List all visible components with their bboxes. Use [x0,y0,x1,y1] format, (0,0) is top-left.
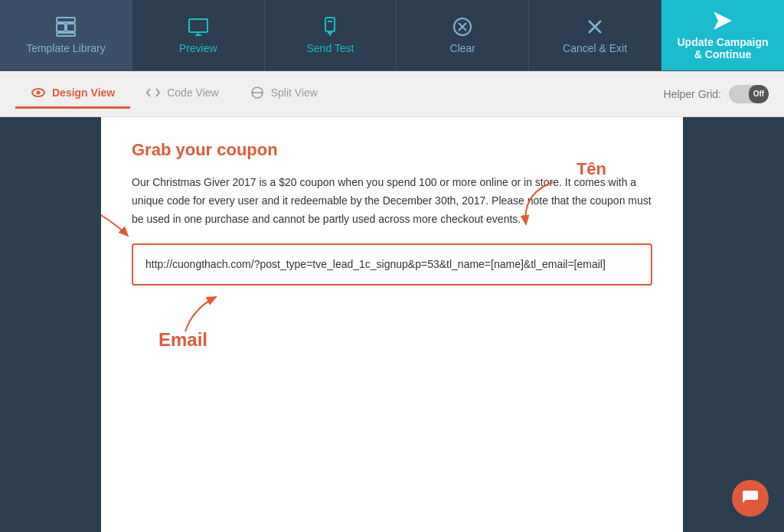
clear-label: Clear [450,42,475,54]
preview-label: Preview [179,42,217,54]
clear-button[interactable]: Clear [397,0,529,70]
svg-rect-7 [325,18,335,31]
send-test-icon [319,16,341,38]
svg-marker-16 [714,11,732,30]
right-sidebar [683,117,784,532]
chat-icon [741,489,760,508]
svg-rect-2 [67,24,75,31]
left-arrow-icon [101,205,136,251]
update-campaign-button[interactable]: Update Campaign & Continue [662,0,784,70]
email-arrow-icon [178,289,231,335]
helper-grid-toggle[interactable]: Off [729,85,769,103]
preview-icon [188,16,209,38]
template-library-icon [55,16,77,38]
toolbar: Template Library Preview Send Test Clear [0,0,784,71]
left-sidebar [0,117,101,532]
view-bar: Design View Code View Split View Helper … [0,71,784,117]
tab-split-view[interactable]: Split View [234,79,333,109]
annotation-email-area: Email [132,293,652,354]
email-annotation-label: Email [158,329,207,351]
template-library-button[interactable]: Template Library [0,0,132,70]
url-box[interactable]: http://cuongthach.com/?post_type=tve_lea… [132,243,652,285]
cancel-exit-label: Cancel & Exit [563,42,627,54]
editor-panel: Grab your coupon Our Christmas Giver 201… [101,117,683,532]
cancel-exit-button[interactable]: Cancel & Exit [529,0,662,70]
content-area: Grab your coupon Our Christmas Giver 201… [0,117,784,532]
ten-annotation-label: Tên [577,159,606,179]
update-campaign-label: Update Campaign & Continue [677,36,768,60]
toggle-off-label: Off [749,85,769,103]
send-test-label: Send Test [306,42,354,54]
code-icon [145,85,161,100]
clear-icon [452,16,473,38]
send-test-button[interactable]: Send Test [265,0,397,70]
url-text: http://cuongthach.com/?post_type=tve_lea… [145,258,606,270]
split-icon [250,85,265,100]
svg-point-22 [260,92,263,94]
email-body-text: Our Christmas Giver 2017 is a $20 coupon… [132,174,652,228]
svg-rect-4 [189,19,207,32]
template-library-label: Template Library [26,42,106,54]
ten-arrow-icon [507,178,560,232]
cancel-exit-icon [584,16,606,38]
svg-rect-0 [57,18,75,22]
email-heading: Grab your coupon [132,140,652,160]
split-view-label: Split View [271,86,318,99]
helper-grid-label: Helper Grid: [664,88,721,100]
svg-rect-1 [57,24,65,31]
helper-grid-section: Helper Grid: Off [664,85,769,103]
code-view-label: Code View [167,86,218,99]
preview-button[interactable]: Preview [132,0,265,70]
eye-icon [31,85,46,100]
svg-point-18 [37,91,41,95]
svg-rect-3 [57,33,75,36]
svg-point-21 [251,92,253,94]
chat-button[interactable] [732,480,769,517]
send-icon [712,10,733,31]
design-view-label: Design View [52,86,115,99]
tab-design-view[interactable]: Design View [15,79,130,109]
tab-code-view[interactable]: Code View [130,79,234,109]
